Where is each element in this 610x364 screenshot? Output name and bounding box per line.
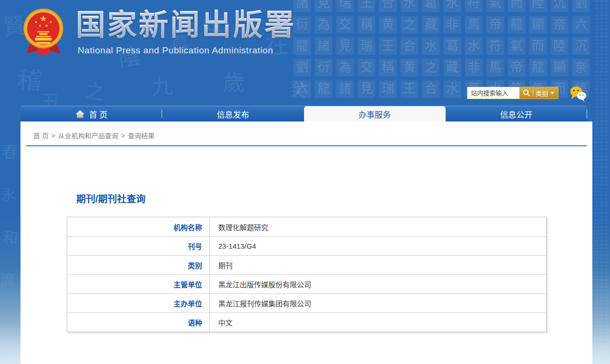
nav-label: 信息发布: [217, 108, 249, 120]
table-row: 刊号 23-1413/G4: [67, 236, 546, 255]
breadcrumb-separator: >: [121, 132, 125, 140]
table-row: 机构名称 数理化解题研究: [67, 217, 546, 236]
calligraphy-char: 流: [0, 268, 14, 289]
search-input[interactable]: [467, 87, 519, 99]
breadcrumb-current: 查询结果: [128, 132, 154, 140]
main-nav: 首 页 信息发布 办事服务 信息公开: [20, 106, 587, 121]
page-title: 期刊/期刊社查询: [76, 192, 146, 205]
nav-label: 首 页: [89, 108, 108, 120]
site-title: 国家新闻出版署: [76, 7, 296, 44]
nav-label: 办事服务: [358, 108, 391, 120]
row-value: 23-1413/G4: [210, 237, 546, 255]
row-value: 黑龙江报刊传媒集团有限公司: [210, 294, 546, 313]
site-brand[interactable]: 国家新闻出版署 National Press and Publication A…: [76, 7, 296, 56]
row-value: 期刊: [210, 256, 546, 274]
breadcrumb-section-link[interactable]: 从业机构和产品查询: [58, 132, 118, 140]
breadcrumb: 首 页>从业机构和产品查询>查询结果: [26, 121, 587, 146]
records-table: 机构名称 数理化解题研究 刊号 23-1413/G4 类别 期刊 主管单位 黑龙…: [67, 217, 547, 332]
row-label: 主办单位: [67, 294, 210, 313]
row-label: 类别: [67, 256, 210, 274]
row-label: 语种: [67, 313, 210, 332]
search-icon: [523, 89, 530, 97]
site-subtitle: National Press and Publication Administr…: [76, 45, 296, 56]
row-value: 中文: [210, 313, 546, 332]
site-header: 国家新闻出版署 National Press and Publication A…: [0, 0, 610, 106]
category-dropdown[interactable]: 类别: [536, 89, 548, 98]
home-icon: [75, 110, 85, 118]
nav-item-home[interactable]: 首 页: [20, 106, 162, 121]
chevron-down-icon[interactable]: [550, 92, 554, 94]
calligraphy-char: 春: [2, 139, 18, 162]
row-label: 刊号: [67, 237, 210, 255]
table-row: 主管单位 黑龙江出版传媒股份有限公司: [67, 274, 546, 293]
table-row: 语种 中文: [67, 313, 546, 332]
row-value: 黑龙江出版传媒股份有限公司: [210, 275, 546, 293]
calligraphy-char: 和: [2, 225, 19, 248]
row-value: 数理化解题研究: [210, 217, 546, 236]
nav-label: 信息公开: [500, 108, 532, 120]
calligraphy-char: 永: [0, 182, 16, 205]
search-controls: 类别: [519, 87, 559, 99]
national-emblem-icon[interactable]: [22, 7, 64, 58]
page: 賢稽山陰之九年歲在癸丑暮春永和流 諸見瑞王合水葛水符氣而陸沉劉衍為交稱黄之藏非馬…: [0, 0, 610, 364]
table-row: 类别 期刊: [67, 255, 546, 274]
breadcrumb-separator: >: [51, 132, 55, 140]
row-label: 主管单位: [67, 275, 210, 293]
nav-item-services[interactable]: 办事服务: [304, 106, 446, 121]
nav-item-info-release[interactable]: 信息发布: [162, 106, 304, 121]
content-panel: 首 页>从业机构和产品查询>查询结果 期刊/期刊社查询 机构名称 数理化解题研究…: [20, 121, 592, 364]
divider: [533, 90, 533, 97]
row-label: 机构名称: [67, 217, 210, 236]
breadcrumb-home-link[interactable]: 首 页: [33, 132, 49, 140]
site-search: 类别: [467, 87, 559, 99]
nav-item-info-disclosure[interactable]: 信息公开: [446, 106, 587, 121]
table-row: 主办单位 黑龙江报刊传媒集团有限公司: [67, 293, 546, 313]
wechat-icon[interactable]: [569, 85, 587, 103]
search-button[interactable]: [523, 89, 530, 97]
